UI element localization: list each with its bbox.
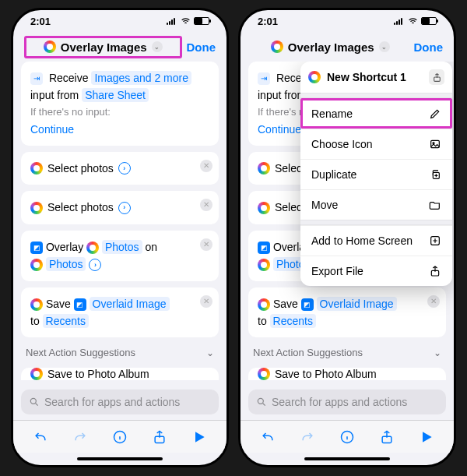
menu-export[interactable]: Export File xyxy=(300,256,452,286)
cellular-icon xyxy=(167,17,177,25)
shortcut-title-button[interactable]: Overlay Images ⌄ xyxy=(24,36,182,58)
phone-right: 2:01 Overlay Images ⌄ Done ⇥ Receive Ima… xyxy=(238,8,456,467)
photos-icon xyxy=(258,298,270,311)
bottom-toolbar xyxy=(13,420,226,453)
overlaid-image-token[interactable]: Overlaid Image xyxy=(90,297,170,311)
suggestion-peek[interactable]: Save to Photo Album xyxy=(21,368,219,380)
receive-card[interactable]: ⇥ Receive Images and 2 more input from S… xyxy=(21,62,219,146)
receive-types-token[interactable]: Images and 2 more xyxy=(91,71,191,85)
status-bar: 2:01 xyxy=(13,10,226,32)
overlay-badge-icon: ◩ xyxy=(301,298,314,311)
menu-choose-icon[interactable]: Choose Icon xyxy=(300,129,452,159)
photos-icon xyxy=(86,242,99,254)
remove-action-icon[interactable]: ✕ xyxy=(427,295,440,308)
export-icon xyxy=(429,265,441,277)
continue-token[interactable]: Continue xyxy=(30,121,209,138)
suggestions-header[interactable]: Next Action Suggestions ⌄ xyxy=(21,344,219,361)
select-photos-action-1[interactable]: Select photos › ✕ xyxy=(21,152,219,185)
clock: 2:01 xyxy=(30,16,51,27)
nav-header: Overlay Images ⌄ Done xyxy=(241,32,454,62)
popover-header: New Shortcut 1 xyxy=(300,62,452,93)
search-icon xyxy=(29,397,40,407)
menu-label: Add to Home Screen xyxy=(311,234,413,247)
remove-action-icon[interactable]: ✕ xyxy=(200,295,212,308)
receive-source-token[interactable]: Share Sheet xyxy=(82,88,149,102)
remove-action-icon[interactable]: ✕ xyxy=(200,238,212,251)
overlay-photos-token-2[interactable]: Photos xyxy=(46,257,86,271)
status-icons xyxy=(394,16,437,26)
chevron-down-icon: ⌄ xyxy=(152,41,163,52)
suggestions-label: Next Action Suggestions xyxy=(253,347,363,358)
menu-label: Export File xyxy=(311,265,363,277)
search-field[interactable]: Search for apps and actions xyxy=(248,390,446,414)
battery-icon xyxy=(194,17,209,25)
run-button[interactable] xyxy=(419,429,434,445)
expand-icon[interactable]: › xyxy=(118,162,131,175)
menu-label: Move xyxy=(311,199,338,211)
overlay-badge-icon: ◩ xyxy=(74,298,86,311)
overlay-photos-token[interactable]: Photos xyxy=(102,240,142,254)
menu-rename[interactable]: Rename xyxy=(300,98,452,129)
suggestions-label: Next Action Suggestions xyxy=(26,347,135,358)
editor-content: ⇥ Receive Images and 2 more input from S… xyxy=(13,62,226,420)
title-menu-popover: New Shortcut 1 Rename Choose Icon Duplic… xyxy=(300,62,452,286)
chevron-down-icon: ⌄ xyxy=(434,347,441,358)
home-indicator xyxy=(241,453,454,465)
photos-icon xyxy=(258,162,270,175)
menu-duplicate[interactable]: Duplicate xyxy=(300,159,452,189)
undo-button[interactable] xyxy=(33,429,48,445)
menu-label: Duplicate xyxy=(311,168,356,181)
photos-icon xyxy=(258,368,270,380)
folder-icon xyxy=(429,199,441,211)
search-icon xyxy=(256,397,267,407)
done-button[interactable]: Done xyxy=(187,41,216,54)
recents-token[interactable]: Recents xyxy=(270,314,316,328)
overlay-app-icon: ◩ xyxy=(30,242,43,254)
wifi-icon xyxy=(181,16,191,26)
save-action[interactable]: Save ◩ Overlaid Image to Recents ✕ xyxy=(21,287,219,338)
svg-rect-5 xyxy=(431,140,440,147)
run-button[interactable] xyxy=(191,429,207,445)
suggestions-header[interactable]: Next Action Suggestions ⌄ xyxy=(248,344,446,361)
clock: 2:01 xyxy=(258,16,278,27)
noinput-label: If there's no input: xyxy=(30,104,209,121)
redo-button xyxy=(300,429,315,445)
remove-action-icon[interactable]: ✕ xyxy=(200,199,212,211)
save-action[interactable]: Save ◩ Overlaid Image to Recents ✕ xyxy=(248,287,446,338)
input-icon: ⇥ xyxy=(30,72,43,85)
chevron-down-icon: ⌄ xyxy=(379,41,390,52)
share-icon[interactable] xyxy=(429,69,444,85)
info-button[interactable] xyxy=(112,429,128,445)
phone-left: 2:01 Overlay Images ⌄ Done ⇥ Receive Ima… xyxy=(11,8,229,467)
info-button[interactable] xyxy=(339,429,355,445)
shortcut-title-button[interactable]: Overlay Images ⌄ xyxy=(251,41,409,54)
remove-action-icon[interactable]: ✕ xyxy=(200,160,212,172)
chevron-down-icon: ⌄ xyxy=(206,347,214,358)
save-to: to xyxy=(258,315,267,327)
shortcut-title: Overlay Images xyxy=(288,41,374,54)
recents-token[interactable]: Recents xyxy=(43,314,89,328)
undo-button[interactable] xyxy=(260,429,276,445)
input-icon: ⇥ xyxy=(258,72,270,85)
svg-point-3 xyxy=(258,399,263,404)
svg-point-0 xyxy=(30,399,36,404)
menu-move[interactable]: Move xyxy=(300,189,452,220)
action-label: Select photos xyxy=(47,160,114,177)
photos-icon xyxy=(30,202,43,214)
overlaid-image-token[interactable]: Overlaid Image xyxy=(317,297,397,311)
suggestion-peek[interactable]: Save to Photo Album xyxy=(248,368,446,380)
save-to: to xyxy=(30,315,40,327)
done-button[interactable]: Done xyxy=(414,41,444,54)
share-button[interactable] xyxy=(379,429,395,445)
share-button[interactable] xyxy=(152,429,167,445)
expand-icon[interactable]: › xyxy=(89,259,101,271)
shortcut-title: Overlay Images xyxy=(61,41,147,54)
menu-add-home[interactable]: Add to Home Screen xyxy=(300,225,452,256)
popover-shortcut-name: New Shortcut 1 xyxy=(327,71,406,83)
overlay-action[interactable]: ◩ Overlay Photos on Photos › ✕ xyxy=(21,231,219,281)
bottom-toolbar xyxy=(241,420,454,453)
save-word: Save xyxy=(273,298,298,310)
expand-icon[interactable]: › xyxy=(118,202,131,214)
search-field[interactable]: Search for apps and actions xyxy=(21,390,219,414)
select-photos-action-2[interactable]: Select photos › ✕ xyxy=(21,191,219,224)
